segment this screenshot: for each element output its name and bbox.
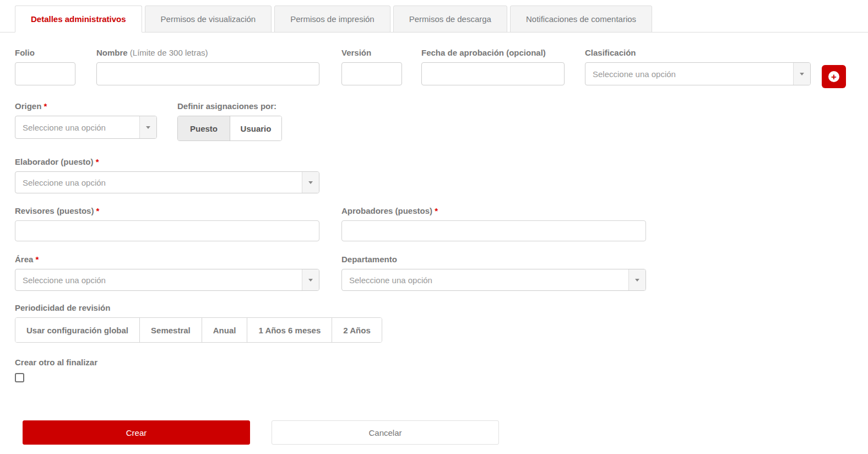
- periodicidad-1anio6meses-button[interactable]: 1 Años 6 meses: [247, 318, 332, 342]
- area-label-text: Área: [15, 255, 33, 264]
- administrative-details-form: Folio Nombre (Límite de 300 letras) Vers…: [0, 33, 868, 445]
- form-row-4: Revisores (puestos) * Aprobadores (puest…: [15, 206, 853, 241]
- periodicidad-label: Periodicidad de revisión: [15, 303, 382, 312]
- form-row-6: Periodicidad de revisión Usar configurac…: [15, 303, 853, 343]
- periodicidad-2anios-button[interactable]: 2 Años: [332, 318, 381, 342]
- definir-asignaciones-toggle: Puesto Usuario: [177, 116, 282, 141]
- form-row-7: Crear otro al finalizar: [15, 358, 853, 382]
- version-label: Versión: [341, 48, 402, 57]
- tab-detalles-administrativos[interactable]: Detalles administrativos: [15, 6, 142, 33]
- elaborador-required-mark: *: [96, 157, 99, 166]
- form-row-2: Origen * Seleccione una opción Definir a…: [15, 101, 853, 141]
- periodicidad-semestral-button[interactable]: Semestral: [139, 318, 202, 342]
- periodicidad-anual-button[interactable]: Anual: [202, 318, 247, 342]
- crear-button[interactable]: Crear: [23, 420, 250, 445]
- clasificacion-label: Clasificación: [585, 48, 811, 57]
- departamento-select-value: Seleccione una opción: [342, 269, 628, 290]
- toggle-usuario-button[interactable]: Usuario: [230, 116, 281, 140]
- caret-down-icon: [139, 116, 156, 138]
- revisores-label: Revisores (puestos) *: [15, 206, 319, 215]
- area-required-mark: *: [36, 255, 39, 264]
- folio-label: Folio: [15, 48, 75, 57]
- caret-down-icon: [302, 172, 319, 193]
- toggle-puesto-button[interactable]: Puesto: [178, 116, 230, 140]
- origen-select-value: Seleccione una opción: [15, 116, 139, 138]
- form-row-3: Elaborador (puesto) * Seleccione una opc…: [15, 157, 853, 193]
- form-row-5: Área * Seleccione una opción Departament…: [15, 255, 853, 291]
- periodicidad-global-button[interactable]: Usar configuración global: [15, 318, 139, 342]
- fecha-aprobacion-input[interactable]: [421, 62, 565, 85]
- area-select-value: Seleccione una opción: [15, 269, 302, 290]
- aprobadores-label-text: Aprobadores (puestos): [341, 206, 432, 215]
- clasificacion-select[interactable]: Seleccione una opción: [585, 62, 811, 85]
- elaborador-label-text: Elaborador (puesto): [15, 157, 94, 166]
- area-label: Área *: [15, 255, 319, 264]
- aprobadores-required-mark: *: [435, 206, 438, 215]
- caret-down-icon: [628, 269, 645, 290]
- revisores-label-text: Revisores (puestos): [15, 206, 94, 215]
- aprobadores-label: Aprobadores (puestos) *: [341, 206, 646, 215]
- tab-bar: Detalles administrativos Permisos de vis…: [0, 0, 868, 33]
- revisores-required-mark: *: [96, 206, 100, 215]
- tab-permisos-descarga[interactable]: Permisos de descarga: [393, 6, 507, 33]
- revisores-input[interactable]: [15, 220, 319, 241]
- aprobadores-input[interactable]: [341, 220, 646, 241]
- definir-asignaciones-label: Definir asignaciones por:: [177, 101, 282, 111]
- departamento-label: Departamento: [341, 255, 646, 264]
- elaborador-select[interactable]: Seleccione una opción: [15, 171, 319, 193]
- plus-circle-icon: +: [828, 71, 839, 82]
- clasificacion-select-value: Seleccione una opción: [585, 63, 793, 85]
- origen-label-text: Origen: [15, 101, 41, 111]
- origen-select[interactable]: Seleccione una opción: [15, 116, 157, 139]
- nombre-label-text: Nombre: [96, 48, 128, 57]
- caret-down-icon: [793, 63, 810, 85]
- crear-otro-checkbox[interactable]: [15, 373, 24, 382]
- form-actions: Crear Cancelar: [23, 420, 853, 445]
- version-input[interactable]: [341, 62, 402, 85]
- fecha-aprobacion-label: Fecha de aprobación (opcional): [421, 48, 565, 57]
- tab-permisos-impresion[interactable]: Permisos de impresión: [274, 6, 390, 33]
- caret-down-icon: [302, 269, 319, 290]
- add-clasificacion-button[interactable]: +: [822, 65, 846, 88]
- origen-required-mark: *: [44, 101, 47, 111]
- form-row-1: Folio Nombre (Límite de 300 letras) Vers…: [15, 48, 853, 88]
- area-select[interactable]: Seleccione una opción: [15, 269, 319, 291]
- tab-notificaciones-comentarios[interactable]: Notificaciones de comentarios: [510, 6, 652, 33]
- crear-otro-label: Crear otro al finalizar: [15, 358, 97, 367]
- elaborador-select-value: Seleccione una opción: [15, 172, 302, 193]
- nombre-input[interactable]: [96, 62, 319, 85]
- tab-permisos-visualizacion[interactable]: Permisos de visualización: [145, 6, 272, 33]
- folio-input[interactable]: [15, 62, 75, 85]
- elaborador-label: Elaborador (puesto) *: [15, 157, 319, 166]
- cancelar-button[interactable]: Cancelar: [272, 420, 499, 445]
- nombre-label: Nombre (Límite de 300 letras): [96, 48, 319, 57]
- departamento-select[interactable]: Seleccione una opción: [341, 269, 646, 291]
- origen-label: Origen *: [15, 101, 157, 111]
- nombre-label-hint: (Límite de 300 letras): [130, 48, 208, 57]
- periodicidad-button-group: Usar configuración global Semestral Anua…: [15, 317, 382, 343]
